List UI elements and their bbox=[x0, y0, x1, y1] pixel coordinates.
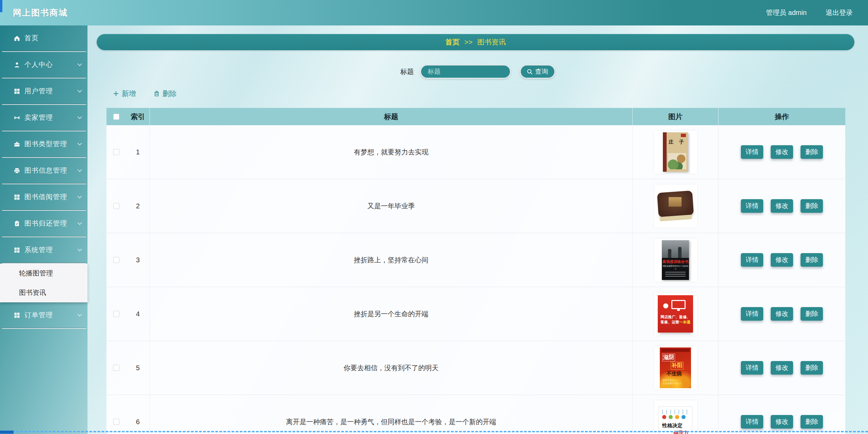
column-header-image: 图片 bbox=[633, 108, 718, 125]
sidebar-item-book-info-mgmt[interactable]: 图书信息管理 bbox=[0, 158, 87, 183]
sidebar-item-label: 个人中心 bbox=[24, 60, 53, 69]
row-checkbox[interactable] bbox=[113, 149, 119, 155]
row-index: 3 bbox=[126, 233, 150, 287]
breadcrumb-home-link[interactable]: 首页 bbox=[445, 37, 459, 47]
submenu-item-carousel-mgmt[interactable]: 轮播图管理 bbox=[0, 264, 87, 283]
logout-link[interactable]: 退出登录 bbox=[826, 8, 853, 17]
edit-button[interactable]: 修改 bbox=[771, 145, 793, 159]
chevron-down-icon bbox=[77, 169, 82, 172]
delete-button[interactable]: 删除 bbox=[801, 415, 823, 429]
sidebar-item-book-return-mgmt[interactable]: 图书归还管理 bbox=[0, 211, 87, 236]
printer-icon bbox=[14, 167, 20, 174]
sidebar-item-book-borrow-mgmt[interactable]: 图书借阅管理 bbox=[0, 184, 87, 210]
row-index: 1 bbox=[126, 125, 150, 179]
delete-button[interactable]: 删除 bbox=[801, 361, 823, 375]
select-all-checkbox[interactable] bbox=[113, 114, 119, 120]
delete-button[interactable]: 删除 bbox=[801, 145, 823, 159]
admin-user-label: 管理员 admin bbox=[766, 8, 807, 17]
header-right: 管理员 admin 退出登录 bbox=[766, 8, 853, 17]
chevron-down-icon bbox=[77, 314, 82, 317]
book-cover-image: 网店推广、装修、 客服、运营一本通 bbox=[654, 293, 697, 336]
detail-button[interactable]: 详情 bbox=[741, 415, 763, 429]
sidebar-item-label: 图书信息管理 bbox=[24, 166, 67, 175]
edit-button[interactable]: 修改 bbox=[771, 307, 793, 321]
app-header: 网上图书商城 管理员 admin 退出登录 bbox=[0, 0, 868, 25]
sidebar-item-user-mgmt[interactable]: 用户管理 bbox=[0, 78, 87, 104]
query-button-label: 查询 bbox=[535, 67, 548, 76]
book-cover-image: 高强度训练全书 增肌减脂塑形的501个高效练习 bbox=[654, 239, 697, 282]
chevron-down-icon bbox=[77, 143, 82, 146]
table-row: 2 又是一年毕业季 详情 修改 删除 bbox=[106, 179, 845, 233]
sidebar-item-system-mgmt[interactable]: 系统管理 bbox=[0, 237, 87, 263]
sidebar-item-home[interactable]: 首页 bbox=[0, 25, 87, 51]
sidebar-divider bbox=[2, 328, 86, 329]
breadcrumb: 首页 >> 图书资讯 bbox=[97, 34, 854, 50]
sidebar-item-seller-mgmt[interactable]: 卖家管理 bbox=[0, 105, 87, 130]
cover-title-text: 滋阴 bbox=[662, 354, 675, 361]
column-header-index: 索引 bbox=[126, 108, 150, 125]
delete-button[interactable]: 删除 bbox=[801, 253, 823, 267]
chevron-down-icon bbox=[77, 195, 82, 199]
table-row: 3 挫折路上，坚持常在心间 高强度训练全书 增肌减脂塑形的501个高效练习 详情… bbox=[106, 233, 845, 287]
sidebar-item-order-mgmt[interactable]: 订单管理 bbox=[0, 302, 87, 328]
chevron-down-icon bbox=[77, 90, 82, 93]
table-row: 5 你要去相信，没有到不了的明天 滋阴 补阳 不生病 阴阳平衡的人， 才是健康快… bbox=[106, 341, 845, 395]
breadcrumb-separator: >> bbox=[464, 38, 473, 46]
cover-highlight-text: 一本通 bbox=[679, 320, 690, 324]
sidebar-item-label: 卖家管理 bbox=[24, 113, 53, 122]
bulk-delete-button[interactable]: 删除 bbox=[154, 89, 177, 98]
title-search-input[interactable] bbox=[420, 64, 511, 79]
edit-button[interactable]: 修改 bbox=[771, 199, 793, 213]
cover-title-text: 庄 子 bbox=[667, 139, 688, 145]
add-button[interactable]: 新增 bbox=[113, 89, 136, 98]
detail-button[interactable]: 详情 bbox=[741, 145, 763, 159]
submenu-item-book-news[interactable]: 图书资讯 bbox=[0, 283, 87, 302]
sidebar-item-book-type-mgmt[interactable]: 图书类型管理 bbox=[0, 131, 87, 157]
seller-icon bbox=[14, 114, 20, 121]
edit-button[interactable]: 修改 bbox=[771, 361, 793, 375]
edit-button[interactable]: 修改 bbox=[771, 415, 793, 429]
row-checkbox[interactable] bbox=[113, 311, 119, 317]
row-title: 又是一年毕业季 bbox=[150, 179, 633, 233]
user-icon bbox=[14, 61, 20, 68]
table-row: 4 挫折是另一个生命的开端 网店推广、装修、 客服、运营一本通 详情 修改 删除 bbox=[106, 287, 845, 341]
row-checkbox[interactable] bbox=[113, 365, 119, 371]
row-checkbox[interactable] bbox=[113, 257, 119, 263]
sidebar-item-label: 系统管理 bbox=[24, 245, 53, 254]
detail-button[interactable]: 详情 bbox=[741, 199, 763, 213]
briefcase-icon bbox=[14, 141, 20, 148]
book-cover-image: 性格决定 领导力 bbox=[654, 400, 697, 434]
table-header-row: 索引 标题 图片 操作 bbox=[106, 108, 845, 125]
row-checkbox[interactable] bbox=[113, 203, 119, 209]
sidebar-item-personal-center[interactable]: 个人中心 bbox=[0, 52, 87, 77]
table-toolbar: 新增 删除 bbox=[113, 89, 868, 98]
grid-icon bbox=[14, 312, 20, 319]
cover-title-text: 补阳 bbox=[671, 362, 684, 370]
app-title: 网上图书商城 bbox=[13, 7, 68, 18]
add-button-label: 新增 bbox=[122, 89, 136, 98]
search-icon bbox=[527, 69, 533, 75]
sidebar-item-label: 图书类型管理 bbox=[24, 139, 67, 149]
edit-button[interactable]: 修改 bbox=[771, 253, 793, 267]
query-button[interactable]: 查询 bbox=[520, 64, 555, 79]
bottom-dashed-line-start bbox=[0, 431, 14, 434]
row-checkbox[interactable] bbox=[113, 419, 119, 425]
cover-title-text: 不生病 bbox=[667, 371, 682, 377]
delete-button[interactable]: 删除 bbox=[801, 199, 823, 213]
cover-title-text: 网店推广、装修、 bbox=[658, 315, 693, 320]
detail-button[interactable]: 详情 bbox=[741, 307, 763, 321]
sidebar-item-label: 图书归还管理 bbox=[24, 219, 67, 228]
row-index: 6 bbox=[126, 395, 150, 434]
grid-icon bbox=[14, 194, 20, 201]
detail-button[interactable]: 详情 bbox=[741, 361, 763, 375]
detail-button[interactable]: 详情 bbox=[741, 253, 763, 267]
row-title: 有梦想，就要努力去实现 bbox=[150, 125, 633, 179]
grid-icon bbox=[14, 247, 20, 253]
row-index: 2 bbox=[126, 179, 150, 233]
delete-button[interactable]: 删除 bbox=[801, 307, 823, 321]
bottom-dashed-line bbox=[0, 431, 868, 432]
table-row: 1 有梦想，就要努力去实现 庄 子 详情 修改 删除 bbox=[106, 125, 845, 179]
chevron-down-icon bbox=[77, 222, 82, 225]
row-title: 挫折路上，坚持常在心间 bbox=[150, 233, 633, 287]
system-submenu: 轮播图管理 图书资讯 bbox=[0, 264, 87, 302]
